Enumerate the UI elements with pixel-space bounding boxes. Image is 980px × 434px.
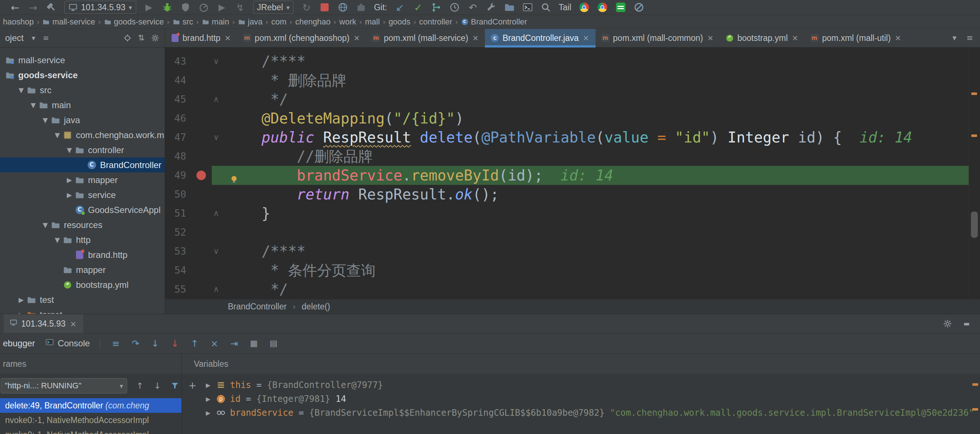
code-editor[interactable]: 43∨ /****44 * 删除品牌45∧ */46 @DeleteMappin… (165, 48, 969, 299)
breadcrumb-item-work[interactable]: work (339, 17, 357, 27)
code-line-55[interactable]: 55∧ */ (165, 280, 969, 299)
debug-session-tab[interactable]: 101.34.5.93 × (4, 314, 83, 333)
search-icon[interactable] (540, 2, 551, 13)
debug-bug-icon[interactable] (162, 2, 173, 13)
code-line-51[interactable]: 51∧ } (165, 204, 969, 223)
tab-console[interactable]: Console (45, 338, 90, 349)
code-line-54[interactable]: 54 * 条件分页查询 (165, 261, 969, 280)
run-to-cursor-icon[interactable]: ⇥ (229, 338, 239, 348)
tab-pom-xml-chenghaoshop[interactable]: mpom.xml (chenghaoshop)× (237, 29, 367, 47)
tree-item-controller[interactable]: ▼controller (0, 142, 165, 158)
coverage-shield-icon[interactable] (180, 2, 191, 13)
variable-row-this[interactable]: ▶this = {BrandController@7977} (182, 378, 980, 392)
tab-bootstrap-yml[interactable]: bootstrap.yml× (720, 29, 804, 47)
line-number[interactable]: 47 (165, 128, 186, 147)
variable-row-id[interactable]: ▶pid = {Integer@7981} 14 (182, 392, 980, 406)
tree-item-mapper[interactable]: mapper (0, 262, 165, 277)
close-icon[interactable]: × (353, 34, 361, 42)
plugin-tool-icon[interactable] (356, 2, 367, 13)
thread-dropdown[interactable]: "http-ni...: RUNNING" ▾ (1, 378, 127, 393)
breadcrumb-item-main[interactable]: main (201, 17, 230, 27)
fold-marker-icon[interactable]: ∨ (213, 52, 219, 71)
dropdown-jrebel[interactable]: JRebel▾ (253, 1, 294, 14)
tree-item-target[interactable]: ▶target (0, 307, 165, 314)
tree-item-goods-service[interactable]: goods-service (0, 68, 165, 83)
tree-item-resources[interactable]: ▼resources (0, 217, 165, 232)
variable-row-brandservice[interactable]: ▶brandService = {BrandServiceImpl$$Enhan… (182, 406, 980, 420)
line-number[interactable]: 48 (165, 147, 186, 166)
code-line-47[interactable]: 47∨ public RespResult delete(@PathVariab… (165, 128, 969, 147)
chevron-expanded-icon[interactable]: ▼ (40, 221, 51, 229)
frame-row[interactable]: nvoke0:-1, NativeMethodAccessorImpl (0, 428, 181, 434)
forward-arrow-icon[interactable]: → (28, 2, 39, 13)
tree-item-main[interactable]: ▼main (0, 97, 165, 113)
rollback-icon[interactable]: ↶ (467, 2, 478, 13)
chevron-expanded-icon[interactable]: ▼ (40, 116, 51, 124)
chevron-down-icon[interactable]: ▾ (950, 34, 959, 42)
line-number[interactable]: 51 (165, 204, 186, 223)
editor-scrollbar[interactable] (969, 48, 980, 299)
evaluate-grid-icon[interactable]: ▦ (249, 338, 259, 348)
close-icon[interactable]: × (582, 34, 590, 42)
step-into-icon[interactable]: ↓ (150, 338, 160, 348)
line-number[interactable]: 52 (165, 223, 186, 242)
git-branches-icon[interactable] (431, 2, 442, 13)
tree-item-com-chenghao-work-m[interactable]: ▼com.chenghao.work.m (0, 128, 165, 142)
chevron-expanded-icon[interactable]: ▼ (16, 86, 27, 94)
code-line-45[interactable]: 45∧ */ (165, 90, 969, 109)
code-line-50[interactable]: 50 return RespResult.ok(); (165, 185, 969, 204)
project-folder-icon[interactable] (504, 2, 515, 13)
plus-icon[interactable]: + (187, 380, 198, 391)
close-icon[interactable]: × (224, 34, 232, 42)
tree-item-brandcontroller[interactable]: CBrandController (0, 158, 165, 172)
history-clock-icon[interactable] (449, 2, 460, 13)
line-number[interactable]: 54 (165, 261, 186, 280)
green-plugin-icon[interactable] (615, 2, 626, 13)
fold-marker-icon[interactable]: ∧ (213, 204, 219, 223)
tree-item-http[interactable]: ▼http (0, 232, 165, 247)
filter-funnel-icon[interactable] (170, 381, 180, 391)
tree-item-bootstrap-yml[interactable]: bootstrap.yml (0, 277, 165, 292)
tab-pom-xml-mall-service[interactable]: mpom.xml (mall-service)× (366, 29, 485, 47)
hide-bar-icon[interactable]: ▬ (962, 319, 971, 329)
run-play-icon[interactable]: ▶ (143, 2, 154, 13)
breadcrumb-method[interactable]: delete() (302, 302, 330, 312)
tree-item-src[interactable]: ▼src (0, 83, 165, 97)
breakpoint-marker-icon[interactable] (196, 171, 206, 180)
chevron-collapsed-icon[interactable]: ▶ (16, 311, 27, 314)
rerun-icon[interactable]: ↻ (301, 2, 312, 13)
dropdown-101-34-5-93[interactable]: 101.34.5.93▾ (64, 1, 136, 14)
breadcrumb-item-controller[interactable]: controller (418, 17, 453, 27)
line-number[interactable]: 46 (165, 109, 186, 128)
tab-pom-xml-mall-common[interactable]: mpom.xml (mall-common)× (595, 29, 720, 47)
tree-item-goodsserviceappl[interactable]: CGoodsServiceAppl (0, 203, 165, 217)
wrench-icon[interactable] (485, 2, 496, 13)
breadcrumb-item-haoshop[interactable]: haoshop (2, 17, 34, 27)
chevron-collapsed-icon[interactable]: ▶ (204, 382, 212, 389)
scrollbar-thumb[interactable] (971, 212, 978, 238)
drop-frame-icon[interactable]: × (209, 338, 220, 348)
line-number[interactable]: 53 (165, 242, 186, 261)
line-number[interactable]: 50 (165, 185, 186, 204)
chevron-expanded-icon[interactable]: ▼ (52, 236, 63, 244)
blocked-icon[interactable] (633, 2, 644, 13)
tree-item-test[interactable]: ▶test (0, 292, 165, 307)
project-panel-title[interactable]: oject (5, 33, 24, 43)
chevron-collapsed-icon[interactable]: ▶ (16, 296, 27, 303)
code-line-46[interactable]: 46 @DeleteMapping("/{id}") (165, 109, 969, 128)
step-out-icon[interactable]: ↑ (189, 338, 200, 348)
tab-brandcontroller-java[interactable]: CBrandController.java× (485, 29, 595, 47)
breadcrumb-item-goods[interactable]: goods (388, 17, 411, 27)
code-line-53[interactable]: 53∨ /**** (165, 242, 969, 261)
terminal-icon[interactable] (522, 2, 533, 13)
browser-chrome-1-icon[interactable] (579, 2, 590, 13)
menu-icon[interactable]: ≡ (966, 34, 974, 42)
close-icon[interactable]: × (471, 34, 479, 42)
chevron-expanded-icon[interactable]: ▼ (28, 101, 39, 109)
close-icon[interactable]: × (791, 34, 799, 42)
profiler-icon[interactable] (198, 2, 209, 13)
breadcrumb-class[interactable]: BrandController (228, 302, 286, 312)
frame-row[interactable]: nvoke0:-1, NativeMethodAccessorImpl (0, 413, 181, 428)
tab-brand-http[interactable]: brand.http× (165, 29, 237, 47)
collapse-all-icon[interactable]: ⇅ (137, 34, 146, 42)
